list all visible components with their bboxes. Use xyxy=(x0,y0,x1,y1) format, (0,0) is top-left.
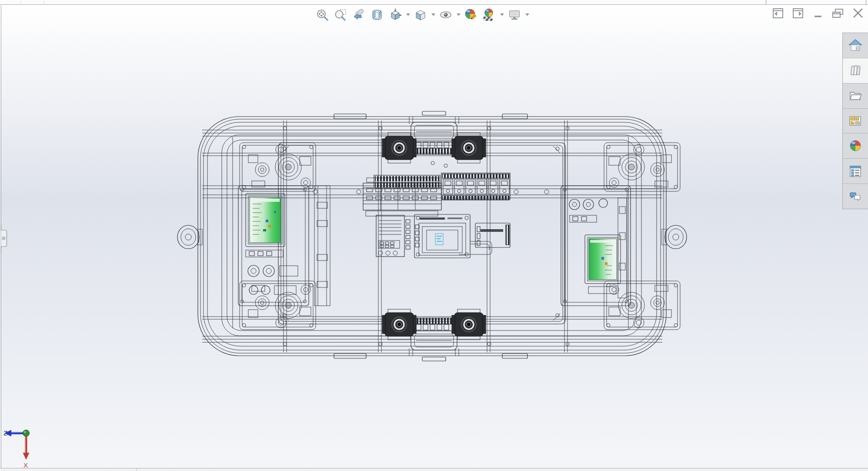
edit-appearance-icon xyxy=(464,8,478,22)
reference-triad: Z X xyxy=(0,424,57,471)
apply-scene-icon xyxy=(482,8,496,22)
heads-up-view-toolbar xyxy=(313,6,531,24)
dock-window-left-button[interactable] xyxy=(771,6,785,20)
center-mini-display xyxy=(435,234,443,245)
zoom-to-area-button[interactable] xyxy=(331,6,350,23)
dock-window-right-button[interactable] xyxy=(791,6,805,20)
chevron-down-icon xyxy=(431,13,435,16)
design-library-icon xyxy=(848,63,862,77)
view-palette-icon xyxy=(848,114,862,127)
monitor-icon xyxy=(507,8,521,21)
menu-separator xyxy=(766,0,766,4)
previous-view-button[interactable] xyxy=(350,6,368,23)
chevron-down-icon xyxy=(500,13,504,16)
task-pane-file-explorer[interactable] xyxy=(843,84,868,109)
display-style-icon xyxy=(414,8,427,21)
previous-view-icon xyxy=(352,8,365,21)
display-style-dropdown[interactable] xyxy=(430,6,437,23)
splitter-dot-icon xyxy=(2,237,5,240)
display-style-button[interactable] xyxy=(411,6,430,23)
section-view-icon xyxy=(371,8,384,21)
hide-show-items-button[interactable] xyxy=(437,6,455,23)
section-view-button[interactable] xyxy=(368,6,386,23)
status-separator xyxy=(136,468,137,471)
restore-window-icon xyxy=(831,7,845,19)
home-resources-icon xyxy=(848,39,862,52)
zoom-to-fit-icon xyxy=(316,8,329,21)
origin-sphere xyxy=(23,430,30,437)
task-pane-home-resources[interactable] xyxy=(843,33,868,58)
close-button[interactable] xyxy=(851,6,865,20)
zoom-to-area-icon xyxy=(334,8,347,21)
task-pane-design-library[interactable] xyxy=(843,58,868,84)
chevron-down-icon xyxy=(525,13,529,16)
task-pane xyxy=(842,33,868,209)
apply-scene-button[interactable] xyxy=(480,6,498,23)
menu-separator xyxy=(43,1,44,4)
view-settings-button[interactable] xyxy=(505,6,524,23)
featuremanager-flyout-tab[interactable] xyxy=(0,225,10,253)
view-orientation-button[interactable] xyxy=(386,6,404,23)
dock-window-left-icon xyxy=(772,7,784,19)
forum-icon xyxy=(848,190,862,203)
appearances-scenes-icon xyxy=(848,139,862,153)
zoom-to-fit-button[interactable] xyxy=(313,6,331,23)
status-bar xyxy=(0,468,868,471)
apply-scene-dropdown[interactable] xyxy=(498,6,505,23)
view-orientation-dropdown[interactable] xyxy=(404,6,411,23)
view-orientation-icon xyxy=(389,8,402,21)
menu-separator xyxy=(866,0,866,4)
menu-separator xyxy=(20,1,21,4)
menu-strip xyxy=(0,0,868,5)
task-pane-custom-properties[interactable] xyxy=(843,159,868,184)
view-settings-dropdown[interactable] xyxy=(524,6,531,23)
file-explorer-icon xyxy=(848,89,862,102)
task-pane-view-palette[interactable] xyxy=(843,109,868,134)
edit-appearance-button[interactable] xyxy=(462,6,480,23)
task-pane-appearances-scenes[interactable] xyxy=(843,134,868,159)
chevron-down-icon xyxy=(406,13,410,16)
x-axis-arrowhead xyxy=(23,453,30,460)
task-pane-forum[interactable] xyxy=(843,184,868,209)
minimize-icon xyxy=(812,7,824,19)
window-controls xyxy=(771,6,865,20)
dock-window-right-icon xyxy=(792,7,804,19)
chevron-down-icon xyxy=(457,13,461,16)
hide-show-items-dropdown[interactable] xyxy=(455,6,462,23)
custom-properties-icon xyxy=(848,165,862,178)
eye-icon xyxy=(439,8,453,21)
close-icon xyxy=(851,7,865,20)
model-wireframe[interactable] xyxy=(176,111,689,361)
restore-window-button[interactable] xyxy=(831,6,845,20)
minimize-button[interactable] xyxy=(811,6,825,20)
